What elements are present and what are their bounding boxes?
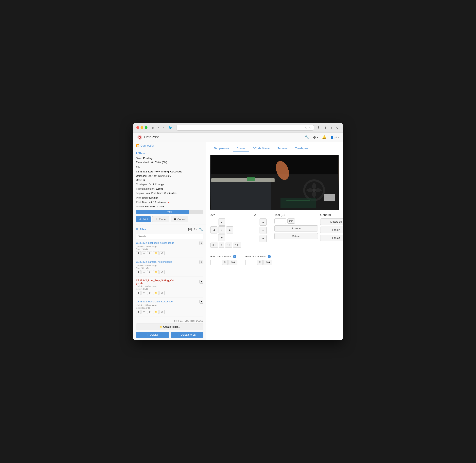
y-minus-button[interactable]: ▼ [218, 234, 225, 241]
file-dropdown-button[interactable]: ▾ [200, 280, 203, 284]
svg-rect-16 [325, 198, 334, 199]
progress-bar-container: 79% [136, 210, 203, 214]
url-input[interactable]: octopi.local [182, 126, 303, 129]
files-storage-icon-button[interactable]: 💾 [187, 227, 192, 232]
approx-label: Approx. Total Print Time: [136, 192, 163, 195]
address-bar[interactable]: ≡ octopi.local ⤡ ↻ [176, 125, 314, 131]
file-scissors-button[interactable]: ✂ [142, 251, 146, 255]
step-1-button[interactable]: 1 [219, 242, 225, 248]
file-scissors-button[interactable]: ✂ [142, 291, 146, 295]
download-button[interactable]: ⬇ [316, 125, 321, 130]
fan-off-button[interactable]: Fan off [320, 235, 343, 241]
maximize-button[interactable] [145, 126, 147, 129]
file-folder-button[interactable]: 📁 [153, 310, 159, 314]
power-button[interactable]: ⏻ ▾ [313, 136, 318, 139]
files-search-input[interactable] [136, 234, 203, 239]
settings-button[interactable]: 🔧 [304, 134, 310, 140]
step-10-button[interactable]: 10 [225, 242, 232, 248]
minimize-button[interactable] [141, 126, 143, 129]
z-minus-button[interactable]: ▼ [260, 235, 267, 242]
file-download-button[interactable]: ⬇ [136, 251, 141, 255]
file-name-label[interactable]: CE3E3V2_RaspiCam_Key.gcode [136, 300, 173, 303]
y-plus-button[interactable]: ▲ [218, 218, 225, 226]
new-tab-button[interactable]: + [329, 125, 333, 130]
retract-button[interactable]: Retract [274, 233, 318, 239]
tab-timelapse[interactable]: Timelapse [292, 145, 311, 152]
flow-rate-set-button[interactable]: Set [264, 260, 273, 265]
feed-rate-input[interactable] [210, 260, 221, 265]
file-delete-button[interactable]: 🗑 [147, 310, 152, 314]
app-header: OctoPrint 🔧 ⏻ ▾ 🔔 👤 pi ▾ [133, 133, 343, 142]
state-label: State: [136, 157, 143, 160]
x-minus-button[interactable]: ◀ [210, 226, 218, 233]
file-download-button[interactable]: ⬇ [136, 270, 141, 274]
files-refresh-button[interactable]: ↻ [194, 227, 197, 232]
notifications-button[interactable]: 🔔 [321, 134, 327, 140]
tool-amount-input[interactable]: 5 [274, 218, 286, 224]
state-section: ℹ State State: Printing Resend ratio: 0 … [133, 149, 206, 225]
extrude-button[interactable]: Extrude [274, 225, 318, 232]
user-menu-button[interactable]: 👤 pi ▾ [330, 136, 339, 139]
back-button[interactable]: ‹ [157, 125, 160, 130]
tab-temperature[interactable]: Temperature [210, 145, 233, 152]
file-name-label[interactable]: CE3E3V2_backpack_holder.gcode [136, 241, 174, 244]
file-delete-button[interactable]: 🗑 [147, 291, 152, 295]
file-label: File: [136, 166, 203, 169]
file-name-label[interactable]: CE3E3V2_camera_holder.gcode [136, 260, 172, 263]
z-home-button[interactable]: ⌂ [260, 227, 267, 234]
feed-rate-set-button[interactable]: Set [229, 260, 238, 265]
svg-point-2 [139, 137, 140, 138]
file-dropdown-button[interactable]: ▾ [200, 260, 203, 264]
feed-rate-info-icon[interactable]: i [233, 255, 236, 258]
step-100-button[interactable]: 100 [233, 242, 241, 248]
refresh-icon[interactable]: ↻ [309, 126, 311, 129]
connection-label[interactable]: Connection [141, 144, 155, 147]
file-scissors-button[interactable]: ✂ [142, 310, 146, 314]
forward-button[interactable]: › [162, 125, 165, 130]
upload-sd-button[interactable]: ⬆ Upload to SD [171, 332, 204, 338]
x-plus-button[interactable]: ▶ [226, 226, 233, 233]
z-group: Z ▲ ⌂ ▼ [254, 213, 272, 248]
tab-gcode-viewer[interactable]: GCode Viewer [249, 145, 274, 152]
file-print-button[interactable]: 🖨 [160, 270, 165, 274]
sidebar: 📶 Connection ℹ State State: Printing Res… [133, 142, 206, 340]
app-logo[interactable]: OctoPrint [137, 135, 159, 140]
file-delete-button[interactable]: 🗑 [147, 251, 152, 255]
files-wrench-button[interactable]: 🔧 [199, 227, 203, 232]
upload-button[interactable]: ⬆ Upload [136, 332, 169, 338]
print-button[interactable]: 🖨 Print [136, 216, 151, 222]
xy-home-button[interactable]: ⌂ [218, 226, 225, 233]
file-print-button[interactable]: 🖨 [160, 251, 165, 255]
flow-rate-info-icon[interactable]: i [268, 255, 271, 258]
file-download-button[interactable]: ⬇ [136, 291, 141, 295]
file-scissors-button[interactable]: ✂ [142, 270, 146, 274]
pause-button[interactable]: ⏸ Pause [152, 216, 169, 222]
sidebar-toggle-button[interactable]: ⊞ [151, 125, 156, 130]
feed-rate-percent: % [222, 260, 228, 265]
file-folder-button[interactable]: 📁 [153, 291, 159, 295]
file-folder-button[interactable]: 📁 [153, 270, 159, 274]
file-dropdown-button[interactable]: ▾ [200, 300, 203, 303]
file-dropdown-button[interactable]: ▾ [200, 241, 203, 245]
share-button[interactable]: ⬆ [323, 125, 328, 130]
close-button[interactable] [136, 126, 139, 129]
files-label: Files [140, 228, 146, 231]
file-download-button[interactable]: ⬇ [136, 310, 141, 314]
fan-on-button[interactable]: Fan on [320, 227, 343, 233]
file-header-row: CE3E3V2_camera_holder.gcode ▾ [136, 260, 203, 264]
file-print-button[interactable]: 🖨 [160, 291, 165, 295]
file-print-button[interactable]: 🖨 [160, 310, 165, 314]
tab-terminal[interactable]: Terminal [274, 145, 292, 152]
printed-label: Printed: [136, 205, 145, 208]
z-plus-button[interactable]: ▲ [260, 218, 267, 226]
tab-control[interactable]: Control [233, 145, 249, 152]
flow-rate-input[interactable] [245, 260, 256, 265]
cancel-button[interactable]: ⏹ Cancel [171, 216, 188, 222]
file-folder-button[interactable]: 📁 [153, 251, 159, 255]
tabs-overview-button[interactable]: ⧉ [335, 125, 340, 130]
step-01-button[interactable]: 0.1 [210, 242, 218, 248]
motors-off-button[interactable]: Motors off [320, 218, 343, 225]
file-delete-button[interactable]: 🗑 [147, 270, 152, 274]
create-folder-button[interactable]: 📁 Create folder... [136, 324, 203, 330]
file-name-label-active[interactable]: CE3E3V2_Low_Poly_Sitting_Cat. gcode [136, 279, 175, 285]
